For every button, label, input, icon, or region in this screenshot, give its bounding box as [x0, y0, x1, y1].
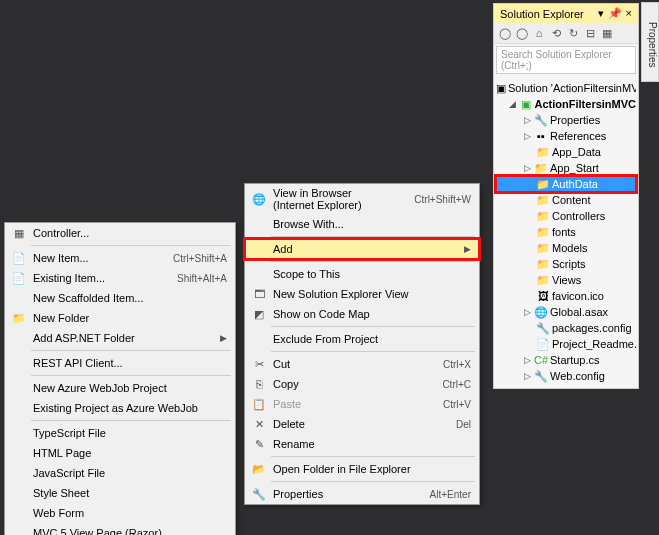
menu-label: Delete — [269, 418, 436, 430]
menu-label: Browse With... — [269, 218, 471, 230]
folder-authdata[interactable]: 📁AuthData — [496, 176, 636, 192]
menu-web-form[interactable]: Web Form — [5, 503, 235, 523]
folder-open-icon: 📂 — [249, 463, 269, 476]
menu-label: JavaScript File — [29, 467, 227, 479]
menu-add-asp-net-folder[interactable]: Add ASP.NET Folder▶ — [5, 328, 235, 348]
expander-icon[interactable]: ▷ — [522, 307, 532, 317]
menu-exclude-from-project[interactable]: Exclude From Project — [245, 329, 479, 349]
tree-label: Properties — [550, 114, 600, 126]
file-packages-config[interactable]: 🔧packages.config — [496, 320, 636, 336]
menu-typescript-file[interactable]: TypeScript File — [5, 423, 235, 443]
menu-browse-with[interactable]: Browse With... — [245, 214, 479, 234]
properties-icon: 🔧 — [249, 488, 269, 501]
home-icon[interactable]: ⌂ — [532, 26, 546, 40]
menu-label: Style Sheet — [29, 487, 227, 499]
menu-properties[interactable]: 🔧PropertiesAlt+Enter — [245, 484, 479, 504]
folder-fonts[interactable]: 📁fonts — [496, 224, 636, 240]
menu-mvc-view-page[interactable]: MVC 5 View Page (Razor) — [5, 523, 235, 535]
menu-label: New Item... — [29, 252, 153, 264]
tree-label: Controllers — [552, 210, 605, 222]
tree-label: Views — [552, 274, 581, 286]
pin-icon[interactable]: 📌 — [608, 7, 622, 20]
properties-node[interactable]: ▷🔧Properties — [496, 112, 636, 128]
folder-icon: 📁 — [534, 161, 548, 175]
menu-separator — [271, 351, 475, 352]
collapse-icon[interactable]: ⊟ — [583, 26, 597, 40]
project-label: ActionFiltersinMVC — [535, 98, 636, 110]
tree-label: packages.config — [552, 322, 632, 334]
folder-icon: 📁 — [536, 145, 550, 159]
menu-style-sheet[interactable]: Style Sheet — [5, 483, 235, 503]
file-web-config[interactable]: ▷🔧Web.config — [496, 368, 636, 384]
expander-icon[interactable]: ▷ — [522, 115, 532, 125]
expander-icon[interactable]: ▷ — [522, 163, 532, 173]
menu-copy[interactable]: ⎘CopyCtrl+C — [245, 374, 479, 394]
menu-new-item[interactable]: 📄New Item...Ctrl+Shift+A — [5, 248, 235, 268]
expander-icon[interactable]: ▷ — [522, 355, 532, 365]
menu-new-azure-webjob[interactable]: New Azure WebJob Project — [5, 378, 235, 398]
folder-controllers[interactable]: 📁Controllers — [496, 208, 636, 224]
forward-icon[interactable]: ◯ — [515, 26, 529, 40]
menu-separator — [31, 350, 231, 351]
menu-label: Existing Item... — [29, 272, 157, 284]
folder-scripts[interactable]: 📁Scripts — [496, 256, 636, 272]
menu-existing-item[interactable]: 📄Existing Item...Shift+Alt+A — [5, 268, 235, 288]
menu-view-in-browser[interactable]: 🌐View in Browser (Internet Explorer)Ctrl… — [245, 184, 479, 214]
folder-icon: 📁 — [536, 193, 550, 207]
menu-controller[interactable]: ▦Controller... — [5, 223, 235, 243]
menu-label: MVC 5 View Page (Razor) — [29, 527, 227, 535]
solution-root-label: Solution 'ActionFiltersinMVC' (1 proj — [508, 82, 636, 94]
expander-icon[interactable]: ▷ — [522, 371, 532, 381]
solution-search-input[interactable]: Search Solution Explorer (Ctrl+;) — [496, 46, 636, 74]
cs-file-icon: C# — [534, 353, 548, 367]
close-icon[interactable]: × — [626, 7, 632, 20]
menu-shortcut: Ctrl+Shift+W — [394, 194, 471, 205]
folder-views[interactable]: 📁Views — [496, 272, 636, 288]
menu-cut[interactable]: ✂CutCtrl+X — [245, 354, 479, 374]
menu-new-scaffolded-item[interactable]: New Scaffolded Item... — [5, 288, 235, 308]
tree-label: References — [550, 130, 606, 142]
refresh-icon[interactable]: ↻ — [566, 26, 580, 40]
folder-content[interactable]: 📁Content — [496, 192, 636, 208]
cut-icon: ✂ — [249, 358, 269, 371]
rename-icon: ✎ — [249, 438, 269, 451]
properties-tab[interactable]: Properties — [641, 2, 659, 82]
project-node[interactable]: ◢▣ActionFiltersinMVC — [496, 96, 636, 112]
folder-icon: 📁 — [536, 209, 550, 223]
tree-label: favicon.ico — [552, 290, 604, 302]
menu-open-folder-explorer[interactable]: 📂Open Folder in File Explorer — [245, 459, 479, 479]
menu-shortcut: Ctrl+V — [423, 399, 471, 410]
back-icon[interactable]: ◯ — [498, 26, 512, 40]
menu-label: Rename — [269, 438, 471, 450]
menu-separator — [271, 481, 475, 482]
tree-label: fonts — [552, 226, 576, 238]
menu-label: Show on Code Map — [269, 308, 471, 320]
menu-scope-to-this[interactable]: Scope to This — [245, 264, 479, 284]
menu-show-code-map[interactable]: ◩Show on Code Map — [245, 304, 479, 324]
menu-javascript-file[interactable]: JavaScript File — [5, 463, 235, 483]
folder-app-start[interactable]: ▷📁App_Start — [496, 160, 636, 176]
dropdown-icon[interactable]: ▾ — [598, 7, 604, 20]
solution-root[interactable]: ▣Solution 'ActionFiltersinMVC' (1 proj — [496, 80, 636, 96]
references-node[interactable]: ▷▪▪References — [496, 128, 636, 144]
menu-new-solution-view[interactable]: 🗔New Solution Explorer View — [245, 284, 479, 304]
menu-rename[interactable]: ✎Rename — [245, 434, 479, 454]
show-all-icon[interactable]: ▦ — [600, 26, 614, 40]
menu-html-page[interactable]: HTML Page — [5, 443, 235, 463]
menu-rest-api-client[interactable]: REST API Client... — [5, 353, 235, 373]
sync-icon[interactable]: ⟲ — [549, 26, 563, 40]
folder-app-data[interactable]: 📁App_Data — [496, 144, 636, 160]
file-global-asax[interactable]: ▷🌐Global.asax — [496, 304, 636, 320]
tree-label: Web.config — [550, 370, 605, 382]
menu-existing-project-azure[interactable]: Existing Project as Azure WebJob — [5, 398, 235, 418]
file-favicon[interactable]: 🖼favicon.ico — [496, 288, 636, 304]
folder-models[interactable]: 📁Models — [496, 240, 636, 256]
file-startup-cs[interactable]: ▷C#Startup.cs — [496, 352, 636, 368]
expander-icon[interactable]: ▷ — [522, 131, 532, 141]
tree-label: App_Start — [550, 162, 599, 174]
menu-new-folder[interactable]: 📁New Folder — [5, 308, 235, 328]
menu-add[interactable]: Add▶ — [245, 239, 479, 259]
menu-delete[interactable]: ✕DeleteDel — [245, 414, 479, 434]
expander-icon[interactable]: ◢ — [508, 99, 517, 109]
file-project-readme[interactable]: 📄Project_Readme.html — [496, 336, 636, 352]
